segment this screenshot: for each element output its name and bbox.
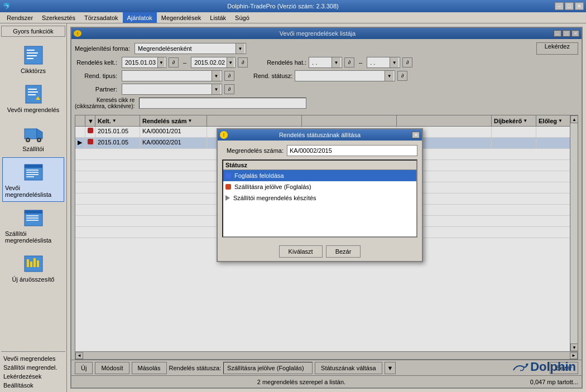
dialog-title-icon: !: [220, 131, 228, 139]
svg-rect-30: [33, 258, 36, 267]
sidebar-label-vevoi: Vevői megrendelés: [7, 107, 60, 113]
sidebar-item-szallitoi[interactable]: Szállítói: [2, 118, 64, 156]
dialog-title: Rendelés státuszának állítása: [228, 132, 412, 138]
svg-rect-8: [28, 94, 36, 95]
sidebar-item-vevoi-megrendeles[interactable]: Vevői megrendelés: [2, 79, 64, 117]
dialog-bezar-button[interactable]: Bezár: [326, 245, 361, 258]
svg-rect-20: [26, 174, 39, 175]
svg-rect-7: [28, 91, 38, 93]
close-button[interactable]: ✕: [575, 2, 584, 10]
menu-sugo[interactable]: Súgó: [230, 12, 254, 23]
svg-point-13: [27, 139, 29, 141]
sidebar-bottom-vevoi[interactable]: Vevői megrendeles: [1, 354, 65, 363]
svg-rect-28: [27, 259, 29, 267]
titlebar-controls: – □ ✕: [555, 2, 584, 10]
sidebar-item-arussz[interactable]: Új áruösszesítő: [2, 249, 64, 287]
dialog-titlebar: ! Rendelés státuszának állítása ✕: [218, 129, 422, 141]
svg-rect-21: [26, 176, 34, 177]
menu-megendelesek[interactable]: Megendelések: [157, 12, 206, 23]
status-item-1[interactable]: Szállításra jelölve (Foglalás): [223, 181, 416, 192]
megrendeles-value: KA/00002/2015: [287, 145, 417, 156]
svg-rect-17: [25, 164, 42, 168]
sidebar-bottom: Vevői megrendeles Szállítói megrendel. L…: [1, 351, 65, 390]
svg-rect-2: [27, 52, 38, 54]
sidebar: Gyors funkciók Cikktörzs Vevői megrendel…: [0, 23, 67, 392]
dialog-close-btn[interactable]: ✕: [412, 132, 420, 138]
svg-rect-19: [26, 172, 39, 173]
svg-rect-29: [30, 262, 32, 267]
svg-rect-31: [37, 260, 39, 267]
sidebar-bottom-szallitoi[interactable]: Szállítói megrendel.: [1, 363, 65, 372]
svg-rect-25: [26, 217, 39, 219]
status-label-0: Foglalás feloldása: [234, 172, 284, 179]
sidebar-label-szallitoi: Szállítói: [22, 146, 44, 152]
sidebar-bottom-lekerd[interactable]: Lekérdezések: [1, 372, 65, 381]
svg-rect-6: [28, 89, 37, 90]
megrendeles-row: Megrendelés száma: KA/00002/2015: [222, 145, 417, 156]
menu-rendszer[interactable]: Rendszer: [2, 12, 37, 23]
sidebar-label-szallitoi-lista: Szállítói megrendeléslista: [5, 230, 61, 244]
status-dot-0: [225, 173, 231, 178]
svg-rect-1: [27, 50, 35, 51]
status-label-1: Szállításra jelölve (Foglalás): [234, 183, 311, 190]
sidebar-item-szallitoi-lista[interactable]: Szállítói megrendeléslista: [2, 203, 64, 248]
svg-point-15: [38, 139, 40, 141]
svg-rect-3: [27, 55, 37, 56]
menu-torzsadatok[interactable]: Törzsadatok: [80, 12, 123, 23]
vevoi-megrendeles-icon: [22, 83, 45, 105]
status-label-2: Szállítói megrendelés készítés: [233, 195, 316, 201]
szallitoi-lista-icon: [22, 207, 45, 229]
menu-szerkesztes[interactable]: Szerkesztés: [37, 12, 80, 23]
svg-rect-24: [26, 215, 39, 216]
menu-listak[interactable]: Listák: [205, 12, 230, 23]
content-area: ! Vevői megrendelések listája – □ ✕ Megj…: [67, 23, 586, 392]
main-window: ! Vevői megrendelések listája – □ ✕ Megj…: [70, 27, 583, 389]
menu-ajanlatok[interactable]: Ajánlatok: [123, 12, 157, 23]
svg-rect-4: [27, 58, 33, 59]
cikktorzs-icon: [22, 44, 45, 66]
app-title: Dolphin-TradePro (Verzió szám: 2.3.308): [11, 3, 555, 9]
main-layout: Gyors funkciók Cikktörzs Vevői megrendel…: [0, 23, 586, 392]
status-dialog: ! Rendelés státuszának állítása ✕ Megren…: [217, 128, 423, 262]
modal-overlay: ! Rendelés státuszának állítása ✕ Megren…: [71, 28, 582, 388]
menubar: Rendszer Szerkesztés Törzsadatok Ajánlat…: [0, 12, 586, 23]
app-titlebar: 🐬 Dolphin-TradePro (Verzió szám: 2.3.308…: [0, 0, 586, 12]
gyors-funkciok-button[interactable]: Gyors funkciók: [1, 26, 65, 37]
svg-rect-23: [25, 210, 42, 214]
svg-rect-26: [26, 220, 39, 221]
vevoi-lista-icon: [22, 161, 45, 183]
minimize-button[interactable]: –: [555, 2, 564, 10]
app-icon: 🐬: [2, 2, 11, 11]
dialog-body: Megrendelés száma: KA/00002/2015 Státusz…: [218, 141, 422, 242]
dialog-footer: Kiválaszt Bezár: [218, 242, 422, 261]
megrendeles-label: Megrendelés száma:: [222, 147, 284, 154]
svg-rect-10: [25, 129, 37, 139]
sidebar-item-vevoi-lista[interactable]: Vevői megrendeléslista: [2, 157, 64, 202]
svg-marker-11: [37, 129, 42, 139]
maximize-button[interactable]: □: [565, 2, 574, 10]
sidebar-label-vevoi-lista: Vevői megrendeléslista: [5, 185, 61, 198]
arussz-icon: [22, 253, 45, 275]
status-arrow-2: [225, 195, 230, 201]
status-item-2[interactable]: Szállítói megrendelés készítés: [223, 192, 416, 204]
sidebar-label-arussz: Új áruösszesítő: [12, 276, 55, 283]
status-listbox[interactable]: Státusz Foglalás feloldása Szállításra j…: [222, 159, 417, 238]
status-item-0[interactable]: Foglalás feloldása: [223, 170, 416, 181]
sidebar-item-cikktorzs[interactable]: Cikktörzs: [2, 40, 64, 78]
sidebar-label-cikktorzs: Cikktörzs: [21, 67, 46, 74]
status-dot-1: [225, 184, 231, 190]
svg-rect-18: [26, 170, 39, 171]
sidebar-bottom-beall[interactable]: Beállítások: [1, 381, 65, 390]
kivalaszt-button[interactable]: Kiválaszt: [279, 245, 323, 258]
status-list-header: Státusz: [223, 161, 416, 170]
szallitoi-icon: [22, 122, 45, 144]
